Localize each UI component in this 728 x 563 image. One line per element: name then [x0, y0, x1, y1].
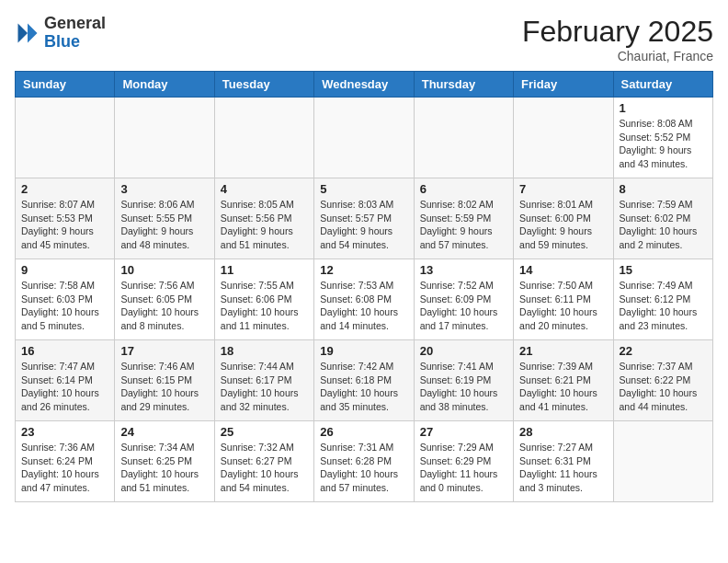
- logo-text: General Blue: [44, 15, 106, 52]
- calendar-week-row: 23Sunrise: 7:36 AM Sunset: 6:24 PM Dayli…: [16, 421, 713, 502]
- day-info: Sunrise: 8:08 AM Sunset: 5:52 PM Dayligh…: [620, 117, 707, 171]
- weekday-header: Tuesday: [214, 72, 313, 98]
- day-number: 2: [21, 182, 108, 196]
- day-info: Sunrise: 7:32 AM Sunset: 6:27 PM Dayligh…: [221, 441, 308, 495]
- day-number: 25: [221, 425, 308, 439]
- calendar-day: [414, 98, 513, 178]
- day-info: Sunrise: 7:27 AM Sunset: 6:31 PM Dayligh…: [519, 441, 607, 495]
- day-info: Sunrise: 8:05 AM Sunset: 5:56 PM Dayligh…: [221, 198, 308, 252]
- day-number: 11: [221, 263, 308, 277]
- calendar-day: [115, 98, 214, 178]
- day-info: Sunrise: 8:03 AM Sunset: 5:57 PM Dayligh…: [320, 198, 407, 252]
- weekday-header-row: SundayMondayTuesdayWednesdayThursdayFrid…: [16, 72, 713, 98]
- calendar-day: 22Sunrise: 7:37 AM Sunset: 6:22 PM Dayli…: [613, 340, 712, 421]
- calendar-day: 13Sunrise: 7:52 AM Sunset: 6:09 PM Dayli…: [414, 259, 513, 340]
- calendar-day: 18Sunrise: 7:44 AM Sunset: 6:17 PM Dayli…: [214, 340, 313, 421]
- day-info: Sunrise: 7:53 AM Sunset: 6:08 PM Dayligh…: [320, 279, 407, 333]
- calendar-week-row: 1Sunrise: 8:08 AM Sunset: 5:52 PM Daylig…: [16, 98, 713, 178]
- day-number: 28: [519, 425, 607, 439]
- day-number: 24: [120, 425, 208, 439]
- logo: General Blue: [15, 15, 106, 52]
- calendar-day: 19Sunrise: 7:42 AM Sunset: 6:18 PM Dayli…: [314, 340, 414, 421]
- calendar-day: [314, 98, 414, 178]
- day-info: Sunrise: 7:49 AM Sunset: 6:12 PM Dayligh…: [620, 279, 707, 333]
- calendar-day: 4Sunrise: 8:05 AM Sunset: 5:56 PM Daylig…: [214, 178, 313, 259]
- day-info: Sunrise: 7:47 AM Sunset: 6:14 PM Dayligh…: [21, 360, 108, 414]
- page-header: General Blue February 2025 Chauriat, Fra…: [15, 15, 713, 63]
- day-info: Sunrise: 8:07 AM Sunset: 5:53 PM Dayligh…: [21, 198, 108, 252]
- day-number: 10: [120, 263, 208, 277]
- calendar-day: [514, 98, 613, 178]
- calendar-day: [214, 98, 313, 178]
- day-info: Sunrise: 8:02 AM Sunset: 5:59 PM Dayligh…: [420, 198, 507, 252]
- day-info: Sunrise: 7:31 AM Sunset: 6:28 PM Dayligh…: [320, 441, 407, 495]
- day-info: Sunrise: 7:52 AM Sunset: 6:09 PM Dayligh…: [420, 279, 507, 333]
- day-info: Sunrise: 8:01 AM Sunset: 6:00 PM Dayligh…: [519, 198, 607, 252]
- weekday-header: Wednesday: [314, 72, 414, 98]
- weekday-header: Thursday: [414, 72, 513, 98]
- day-number: 22: [620, 344, 707, 358]
- day-info: Sunrise: 7:39 AM Sunset: 6:21 PM Dayligh…: [519, 360, 607, 414]
- calendar-day: 14Sunrise: 7:50 AM Sunset: 6:11 PM Dayli…: [514, 259, 613, 340]
- day-info: Sunrise: 7:58 AM Sunset: 6:03 PM Dayligh…: [21, 279, 108, 333]
- location: Chauriat, France: [522, 49, 713, 63]
- day-info: Sunrise: 7:46 AM Sunset: 6:15 PM Dayligh…: [120, 360, 208, 414]
- calendar-day: 28Sunrise: 7:27 AM Sunset: 6:31 PM Dayli…: [514, 421, 613, 502]
- logo-general: General: [44, 14, 106, 32]
- calendar-day: 20Sunrise: 7:41 AM Sunset: 6:19 PM Dayli…: [414, 340, 513, 421]
- day-number: 6: [420, 182, 507, 196]
- weekday-header: Saturday: [613, 72, 712, 98]
- day-number: 19: [320, 344, 407, 358]
- calendar-week-row: 9Sunrise: 7:58 AM Sunset: 6:03 PM Daylig…: [16, 259, 713, 340]
- day-number: 12: [320, 263, 407, 277]
- day-number: 17: [120, 344, 208, 358]
- calendar-week-row: 16Sunrise: 7:47 AM Sunset: 6:14 PM Dayli…: [16, 340, 713, 421]
- calendar-day: 12Sunrise: 7:53 AM Sunset: 6:08 PM Dayli…: [314, 259, 414, 340]
- calendar-day: 25Sunrise: 7:32 AM Sunset: 6:27 PM Dayli…: [214, 421, 313, 502]
- calendar-day: 9Sunrise: 7:58 AM Sunset: 6:03 PM Daylig…: [16, 259, 115, 340]
- calendar-day: 15Sunrise: 7:49 AM Sunset: 6:12 PM Dayli…: [613, 259, 712, 340]
- weekday-header: Sunday: [16, 72, 115, 98]
- calendar: SundayMondayTuesdayWednesdayThursdayFrid…: [15, 71, 713, 502]
- calendar-day: 16Sunrise: 7:47 AM Sunset: 6:14 PM Dayli…: [16, 340, 115, 421]
- title-block: February 2025 Chauriat, France: [522, 15, 713, 63]
- day-number: 16: [21, 344, 108, 358]
- calendar-day: 10Sunrise: 7:56 AM Sunset: 6:05 PM Dayli…: [115, 259, 214, 340]
- day-info: Sunrise: 7:34 AM Sunset: 6:25 PM Dayligh…: [120, 441, 208, 495]
- calendar-day: 27Sunrise: 7:29 AM Sunset: 6:29 PM Dayli…: [414, 421, 513, 502]
- day-info: Sunrise: 7:59 AM Sunset: 6:02 PM Dayligh…: [620, 198, 707, 252]
- day-info: Sunrise: 7:56 AM Sunset: 6:05 PM Dayligh…: [120, 279, 208, 333]
- day-info: Sunrise: 7:44 AM Sunset: 6:17 PM Dayligh…: [221, 360, 308, 414]
- calendar-day: 3Sunrise: 8:06 AM Sunset: 5:55 PM Daylig…: [115, 178, 214, 259]
- calendar-day: 1Sunrise: 8:08 AM Sunset: 5:52 PM Daylig…: [613, 98, 712, 178]
- day-number: 4: [221, 182, 308, 196]
- calendar-day: 6Sunrise: 8:02 AM Sunset: 5:59 PM Daylig…: [414, 178, 513, 259]
- day-info: Sunrise: 8:06 AM Sunset: 5:55 PM Dayligh…: [120, 198, 208, 252]
- calendar-day: [613, 421, 712, 502]
- day-number: 18: [221, 344, 308, 358]
- day-info: Sunrise: 7:29 AM Sunset: 6:29 PM Dayligh…: [420, 441, 507, 495]
- svg-marker-0: [28, 23, 38, 42]
- day-number: 5: [320, 182, 407, 196]
- day-number: 21: [519, 344, 607, 358]
- calendar-day: 2Sunrise: 8:07 AM Sunset: 5:53 PM Daylig…: [16, 178, 115, 259]
- calendar-day: 26Sunrise: 7:31 AM Sunset: 6:28 PM Dayli…: [314, 421, 414, 502]
- calendar-day: 8Sunrise: 7:59 AM Sunset: 6:02 PM Daylig…: [613, 178, 712, 259]
- day-number: 1: [620, 101, 707, 115]
- day-info: Sunrise: 7:37 AM Sunset: 6:22 PM Dayligh…: [620, 360, 707, 414]
- day-info: Sunrise: 7:41 AM Sunset: 6:19 PM Dayligh…: [420, 360, 507, 414]
- day-info: Sunrise: 7:50 AM Sunset: 6:11 PM Dayligh…: [519, 279, 607, 333]
- svg-marker-1: [18, 23, 28, 42]
- day-number: 9: [21, 263, 108, 277]
- day-info: Sunrise: 7:42 AM Sunset: 6:18 PM Dayligh…: [320, 360, 407, 414]
- month-title: February 2025: [522, 15, 713, 49]
- day-info: Sunrise: 7:36 AM Sunset: 6:24 PM Dayligh…: [21, 441, 108, 495]
- calendar-day: 23Sunrise: 7:36 AM Sunset: 6:24 PM Dayli…: [16, 421, 115, 502]
- calendar-day: 7Sunrise: 8:01 AM Sunset: 6:00 PM Daylig…: [514, 178, 613, 259]
- calendar-day: 17Sunrise: 7:46 AM Sunset: 6:15 PM Dayli…: [115, 340, 214, 421]
- day-number: 3: [120, 182, 208, 196]
- weekday-header: Monday: [115, 72, 214, 98]
- day-number: 13: [420, 263, 507, 277]
- logo-icon: [15, 20, 40, 46]
- day-number: 8: [620, 182, 707, 196]
